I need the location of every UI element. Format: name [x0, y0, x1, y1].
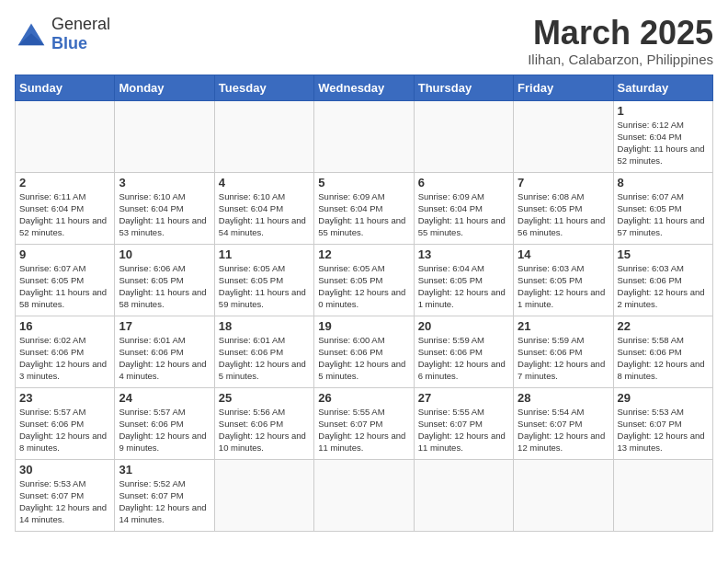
- calendar-cell: 26Sunrise: 5:55 AMSunset: 6:07 PMDayligh…: [314, 387, 414, 459]
- calendar-week-row: 30Sunrise: 5:53 AMSunset: 6:07 PMDayligh…: [16, 459, 713, 531]
- day-number: 17: [119, 319, 210, 333]
- calendar-week-row: 1Sunrise: 6:12 AMSunset: 6:04 PMDaylight…: [16, 100, 713, 172]
- calendar-cell: 21Sunrise: 5:59 AMSunset: 6:06 PMDayligh…: [514, 316, 613, 387]
- calendar-cell: 1Sunrise: 6:12 AMSunset: 6:04 PMDaylight…: [613, 100, 712, 172]
- weekday-header: Wednesday: [314, 75, 414, 100]
- day-number: 19: [318, 319, 409, 333]
- day-number: 10: [119, 247, 210, 261]
- day-number: 6: [418, 176, 509, 190]
- day-sun-info: Sunrise: 6:05 AMSunset: 6:05 PMDaylight:…: [318, 262, 409, 311]
- day-number: 27: [418, 391, 509, 405]
- calendar-cell: [214, 459, 313, 531]
- location-subtitle: Ilihan, Calabarzon, Philippines: [528, 52, 713, 67]
- calendar-cell: [514, 459, 613, 531]
- day-sun-info: Sunrise: 6:02 AMSunset: 6:06 PMDaylight:…: [19, 334, 110, 383]
- calendar-cell: 15Sunrise: 6:03 AMSunset: 6:06 PMDayligh…: [613, 244, 712, 316]
- calendar-cell: [613, 459, 712, 531]
- calendar-cell: [414, 459, 513, 531]
- day-sun-info: Sunrise: 6:10 AMSunset: 6:04 PMDaylight:…: [219, 190, 310, 239]
- calendar-cell: [514, 100, 613, 172]
- weekday-header: Tuesday: [214, 75, 313, 100]
- day-number: 8: [618, 176, 709, 190]
- calendar-cell: [314, 100, 414, 172]
- calendar-cell: [214, 100, 313, 172]
- day-sun-info: Sunrise: 5:52 AMSunset: 6:07 PMDaylight:…: [119, 477, 210, 526]
- day-sun-info: Sunrise: 6:11 AMSunset: 6:04 PMDaylight:…: [19, 190, 110, 239]
- day-sun-info: Sunrise: 6:06 AMSunset: 6:05 PMDaylight:…: [119, 262, 210, 311]
- day-number: 1: [618, 104, 709, 118]
- day-number: 2: [19, 176, 110, 190]
- calendar-cell: 20Sunrise: 5:59 AMSunset: 6:06 PMDayligh…: [414, 316, 513, 387]
- day-number: 14: [518, 247, 609, 261]
- weekday-header: Sunday: [16, 75, 115, 100]
- calendar-cell: 8Sunrise: 6:07 AMSunset: 6:05 PMDaylight…: [613, 172, 712, 244]
- day-sun-info: Sunrise: 5:59 AMSunset: 6:06 PMDaylight:…: [518, 334, 609, 383]
- day-number: 28: [518, 391, 609, 405]
- day-number: 5: [318, 176, 409, 190]
- weekday-header-row: SundayMondayTuesdayWednesdayThursdayFrid…: [16, 75, 713, 100]
- day-number: 4: [219, 176, 310, 190]
- calendar-cell: 3Sunrise: 6:10 AMSunset: 6:04 PMDaylight…: [115, 172, 214, 244]
- day-number: 16: [19, 319, 110, 333]
- header: General Blue March 2025 Ilihan, Calabarz…: [15, 15, 713, 67]
- day-number: 29: [618, 391, 709, 405]
- day-sun-info: Sunrise: 6:07 AMSunset: 6:05 PMDaylight:…: [618, 190, 709, 239]
- day-number: 7: [518, 176, 609, 190]
- day-number: 30: [19, 463, 110, 477]
- calendar-cell: 6Sunrise: 6:09 AMSunset: 6:04 PMDaylight…: [414, 172, 513, 244]
- day-sun-info: Sunrise: 5:53 AMSunset: 6:07 PMDaylight:…: [618, 406, 709, 454]
- weekday-header: Thursday: [414, 75, 513, 100]
- day-number: 15: [618, 247, 709, 261]
- calendar-cell: 5Sunrise: 6:09 AMSunset: 6:04 PMDaylight…: [314, 172, 414, 244]
- day-sun-info: Sunrise: 6:07 AMSunset: 6:05 PMDaylight:…: [19, 262, 110, 311]
- title-area: March 2025 Ilihan, Calabarzon, Philippin…: [528, 15, 713, 67]
- calendar-week-row: 16Sunrise: 6:02 AMSunset: 6:06 PMDayligh…: [16, 316, 713, 387]
- day-sun-info: Sunrise: 5:58 AMSunset: 6:06 PMDaylight:…: [618, 334, 709, 383]
- calendar-cell: 23Sunrise: 5:57 AMSunset: 6:06 PMDayligh…: [16, 387, 115, 459]
- day-sun-info: Sunrise: 6:01 AMSunset: 6:06 PMDaylight:…: [119, 334, 210, 383]
- day-sun-info: Sunrise: 6:04 AMSunset: 6:05 PMDaylight:…: [418, 262, 509, 311]
- logo-icon: [15, 20, 48, 48]
- weekday-header: Saturday: [613, 75, 712, 100]
- day-number: 11: [219, 247, 310, 261]
- calendar-cell: 30Sunrise: 5:53 AMSunset: 6:07 PMDayligh…: [16, 459, 115, 531]
- calendar-cell: 4Sunrise: 6:10 AMSunset: 6:04 PMDaylight…: [214, 172, 313, 244]
- logo: General Blue: [15, 15, 110, 53]
- day-sun-info: Sunrise: 5:56 AMSunset: 6:06 PMDaylight:…: [219, 406, 310, 454]
- calendar-cell: 14Sunrise: 6:03 AMSunset: 6:05 PMDayligh…: [514, 244, 613, 316]
- day-sun-info: Sunrise: 5:53 AMSunset: 6:07 PMDaylight:…: [19, 477, 110, 526]
- day-number: 26: [318, 391, 409, 405]
- weekday-header: Friday: [514, 75, 613, 100]
- day-sun-info: Sunrise: 5:55 AMSunset: 6:07 PMDaylight:…: [418, 406, 509, 454]
- day-number: 9: [19, 247, 110, 261]
- day-sun-info: Sunrise: 5:54 AMSunset: 6:07 PMDaylight:…: [518, 406, 609, 454]
- day-sun-info: Sunrise: 5:57 AMSunset: 6:06 PMDaylight:…: [19, 406, 110, 454]
- calendar-cell: 28Sunrise: 5:54 AMSunset: 6:07 PMDayligh…: [514, 387, 613, 459]
- calendar-cell: 9Sunrise: 6:07 AMSunset: 6:05 PMDaylight…: [16, 244, 115, 316]
- day-sun-info: Sunrise: 6:09 AMSunset: 6:04 PMDaylight:…: [418, 190, 509, 239]
- day-sun-info: Sunrise: 5:57 AMSunset: 6:06 PMDaylight:…: [119, 406, 210, 454]
- day-number: 25: [219, 391, 310, 405]
- day-sun-info: Sunrise: 6:08 AMSunset: 6:05 PMDaylight:…: [518, 190, 609, 239]
- calendar-week-row: 2Sunrise: 6:11 AMSunset: 6:04 PMDaylight…: [16, 172, 713, 244]
- day-number: 21: [518, 319, 609, 333]
- calendar-cell: 27Sunrise: 5:55 AMSunset: 6:07 PMDayligh…: [414, 387, 513, 459]
- day-sun-info: Sunrise: 6:00 AMSunset: 6:06 PMDaylight:…: [318, 334, 409, 383]
- day-sun-info: Sunrise: 6:09 AMSunset: 6:04 PMDaylight:…: [318, 190, 409, 239]
- calendar-cell: 12Sunrise: 6:05 AMSunset: 6:05 PMDayligh…: [314, 244, 414, 316]
- day-sun-info: Sunrise: 6:01 AMSunset: 6:06 PMDaylight:…: [219, 334, 310, 383]
- weekday-header: Monday: [115, 75, 214, 100]
- calendar-cell: 31Sunrise: 5:52 AMSunset: 6:07 PMDayligh…: [115, 459, 214, 531]
- calendar-cell: 29Sunrise: 5:53 AMSunset: 6:07 PMDayligh…: [613, 387, 712, 459]
- calendar-cell: [16, 100, 115, 172]
- calendar-cell: 22Sunrise: 5:58 AMSunset: 6:06 PMDayligh…: [613, 316, 712, 387]
- day-number: 3: [119, 176, 210, 190]
- calendar-cell: 19Sunrise: 6:00 AMSunset: 6:06 PMDayligh…: [314, 316, 414, 387]
- day-number: 18: [219, 319, 310, 333]
- calendar-cell: 13Sunrise: 6:04 AMSunset: 6:05 PMDayligh…: [414, 244, 513, 316]
- day-number: 12: [318, 247, 409, 261]
- day-sun-info: Sunrise: 6:03 AMSunset: 6:06 PMDaylight:…: [618, 262, 709, 311]
- calendar-cell: 10Sunrise: 6:06 AMSunset: 6:05 PMDayligh…: [115, 244, 214, 316]
- logo-text: General Blue: [51, 15, 110, 53]
- day-number: 22: [618, 319, 709, 333]
